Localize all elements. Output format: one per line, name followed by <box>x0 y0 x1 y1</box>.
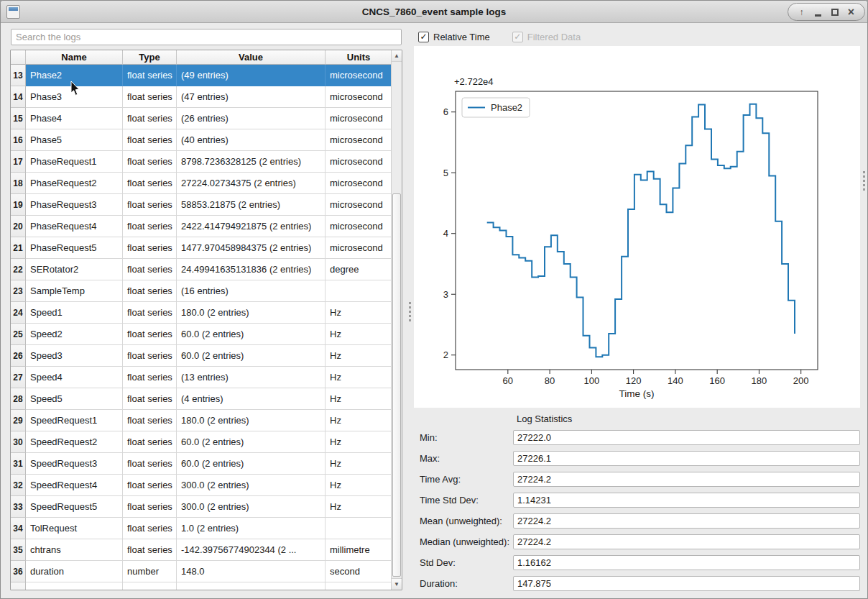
scrollbar-thumb[interactable] <box>392 193 401 577</box>
cell-type[interactable]: float series <box>123 237 177 259</box>
cell-num[interactable]: 32 <box>11 475 26 496</box>
cell-num[interactable]: 24 <box>11 302 26 324</box>
table-row[interactable]: 18PhaseRequest2float series27224.0273437… <box>11 173 402 194</box>
relative-time-checkbox[interactable]: ✓ Relative Time <box>418 32 490 42</box>
table-row[interactable]: 33SpeedRequest5float series300.0 (2 entr… <box>11 496 402 518</box>
cell-name[interactable]: PhaseRequest3 <box>26 194 123 216</box>
pane-splitter[interactable] <box>406 24 413 599</box>
cell-units[interactable] <box>326 582 392 590</box>
cell-value[interactable]: 1.0 (2 entries) <box>177 518 326 539</box>
cell-name[interactable]: end_time <box>26 582 123 590</box>
cell-type[interactable]: float series <box>123 173 177 194</box>
cell-num[interactable]: 28 <box>11 388 26 410</box>
cell-type[interactable]: float series <box>123 108 177 129</box>
cell-type[interactable]: float series <box>123 475 177 496</box>
stat-value-input[interactable] <box>513 430 860 445</box>
cell-units[interactable]: Hz <box>326 475 392 496</box>
cell-value[interactable]: 60.0 (2 entries) <box>177 345 326 367</box>
cell-value[interactable]: 8798.7236328125 (2 entries) <box>177 151 326 173</box>
cell-units[interactable]: Hz <box>326 388 392 410</box>
shade-button[interactable]: ↑ <box>793 3 810 21</box>
maximize-button[interactable] <box>826 3 843 21</box>
cell-name[interactable]: SpeedRequest3 <box>26 453 123 475</box>
cell-value[interactable]: 300.0 (2 entries) <box>177 496 326 518</box>
cell-num[interactable]: 30 <box>11 431 26 453</box>
cell-type[interactable]: float series <box>123 280 177 302</box>
cell-value[interactable]: 60.0 (2 entries) <box>177 453 326 475</box>
cell-value[interactable]: 300.0 (2 entries) <box>177 475 326 496</box>
cell-name[interactable]: PhaseRequest4 <box>26 216 123 237</box>
cell-type[interactable]: float series <box>123 496 177 518</box>
cell-num[interactable]: 29 <box>11 410 26 431</box>
cell-name[interactable]: SERotator2 <box>26 259 123 280</box>
cell-name[interactable]: Phase4 <box>26 108 123 129</box>
cell-value[interactable]: (40 entries) <box>177 129 326 151</box>
table-row[interactable]: 34TolRequestfloat series1.0 (2 entries) <box>11 518 402 539</box>
cell-type[interactable]: float series <box>123 65 177 86</box>
cell-name[interactable]: Speed4 <box>26 367 123 388</box>
cell-type[interactable]: float series <box>123 518 177 539</box>
stat-value-input[interactable] <box>513 513 860 529</box>
cell-units[interactable]: Hz <box>326 345 392 367</box>
cell-units[interactable]: Hz <box>326 302 392 324</box>
cell-num[interactable]: 22 <box>11 259 26 280</box>
cell-value[interactable]: -142.39756774902344 (2 ... <box>177 539 326 561</box>
cell-name[interactable]: Phase5 <box>26 129 123 151</box>
stat-value-input[interactable] <box>513 451 860 466</box>
cell-num[interactable]: 18 <box>11 173 26 194</box>
cell-num[interactable]: 19 <box>11 194 26 216</box>
cell-name[interactable]: SpeedRequest5 <box>26 496 123 518</box>
cell-value[interactable]: (49 entries) <box>177 65 326 86</box>
cell-type[interactable]: float series <box>123 345 177 367</box>
right-edge-splitter[interactable] <box>862 152 866 209</box>
cell-type[interactable]: float series <box>123 259 177 280</box>
cell-num[interactable]: 13 <box>11 65 26 86</box>
cell-name[interactable]: Speed5 <box>26 388 123 410</box>
cell-type[interactable]: float series <box>123 151 177 173</box>
column-header-value[interactable]: Value <box>177 50 326 65</box>
cell-type[interactable]: float series <box>123 431 177 453</box>
scroll-up-icon[interactable]: ▲ <box>392 50 402 62</box>
cell-units[interactable]: microsecond <box>326 237 392 259</box>
stat-value-input[interactable] <box>513 493 860 508</box>
cell-name[interactable]: TolRequest <box>26 518 123 539</box>
cell-type[interactable]: float series <box>123 324 177 345</box>
cell-value[interactable]: 27224.02734375 (2 entries) <box>177 173 326 194</box>
cell-value[interactable]: (13 entries) <box>177 367 326 388</box>
cell-type[interactable]: float series <box>123 86 177 108</box>
cell-value[interactable]: (47 entries) <box>177 86 326 108</box>
column-header-units[interactable]: Units <box>326 50 392 65</box>
stat-value-input[interactable] <box>513 534 860 549</box>
cell-num[interactable]: 26 <box>11 345 26 367</box>
table-row[interactable]: 15Phase4float series(26 entries)microsec… <box>11 108 402 129</box>
cell-type[interactable]: float series <box>123 302 177 324</box>
cell-num[interactable]: 14 <box>11 86 26 108</box>
cell-units[interactable]: microsecond <box>326 108 392 129</box>
cell-value[interactable]: 2422.414794921875 (2 entries) <box>177 216 326 237</box>
column-header-type[interactable]: Type <box>123 50 177 65</box>
cell-units[interactable]: Hz <box>326 496 392 518</box>
cell-num[interactable]: 23 <box>11 280 26 302</box>
table-row[interactable]: 29SpeedRequest1float series180.0 (2 entr… <box>11 410 402 431</box>
table-scrollbar[interactable]: ▲ ▼ <box>391 50 402 590</box>
cell-type[interactable]: string <box>123 582 177 590</box>
cell-name[interactable]: Speed3 <box>26 345 123 367</box>
cell-units[interactable]: second <box>326 561 392 582</box>
cell-name[interactable]: chtrans <box>26 539 123 561</box>
table-row[interactable]: 21PhaseRequest5float series1477.97045898… <box>11 237 402 259</box>
cell-value[interactable]: (16 entries) <box>177 280 326 302</box>
table-row[interactable]: 35chtransfloat series-142.39756774902344… <box>11 539 402 561</box>
cell-num[interactable]: 16 <box>11 129 26 151</box>
cell-units[interactable] <box>326 518 392 539</box>
cell-num[interactable]: 33 <box>11 496 26 518</box>
cell-type[interactable]: float series <box>123 216 177 237</box>
cell-type[interactable]: float series <box>123 539 177 561</box>
cell-units[interactable]: microsecond <box>326 151 392 173</box>
table-row[interactable]: 36durationnumber148.0second <box>11 561 402 582</box>
cell-value[interactable]: 148.0 <box>177 561 326 582</box>
cell-units[interactable]: Hz <box>326 453 392 475</box>
table-row[interactable]: 28Speed5float series(4 entries)Hz <box>11 388 402 410</box>
cell-num[interactable]: 20 <box>11 216 26 237</box>
stat-value-input[interactable] <box>513 576 860 591</box>
cell-units[interactable]: millimetre <box>326 539 392 561</box>
